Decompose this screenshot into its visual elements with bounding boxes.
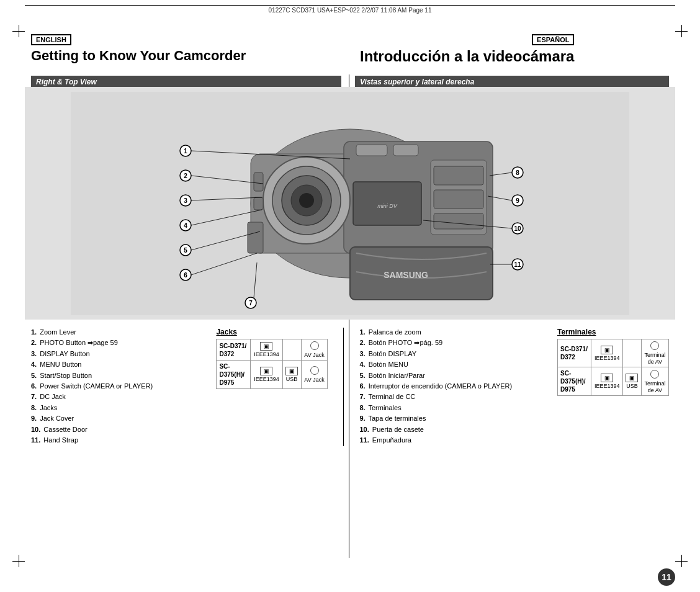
jacks-title: Jacks [216, 328, 328, 336]
list-item: 2. Botón PHOTO ➡pág. 59 [359, 338, 551, 348]
terminales-table: SC-D371/D372 ▣IEEE1394 Terminalde AV SC-… [557, 339, 669, 396]
spanish-items-list: 1. Palanca de zoom2. Botón PHOTO ➡pág. 5… [359, 328, 551, 446]
table-row: SC-D375(H)/D975 ▣IEEE1394 ▣USB Terminald… [558, 367, 669, 396]
spanish-bottom: 1. Palanca de zoom2. Botón PHOTO ➡pág. 5… [350, 328, 669, 446]
svg-text:mini DV: mini DV [377, 203, 398, 209]
jacks-section: Jacks SC-D371/D372 ▣IEEE1394 AV Jack SC-… [216, 328, 328, 446]
list-item: 3. DISPLAY Button [31, 349, 210, 359]
svg-rect-9 [356, 145, 387, 156]
svg-text:11: 11 [514, 261, 521, 268]
svg-text:1: 1 [184, 148, 187, 155]
svg-text:7: 7 [249, 300, 253, 307]
table-row: SC-D371/D372 ▣IEEE1394 AV Jack [217, 339, 328, 361]
reg-mark-top-right [675, 25, 688, 37]
svg-rect-15 [254, 173, 263, 191]
svg-rect-13 [434, 190, 483, 209]
list-item: 4. Botón MENU [359, 360, 551, 369]
list-item: 5. Start/Stop Button [31, 371, 210, 380]
svg-rect-21 [248, 222, 263, 253]
list-item: 9. Tapa de terminales [359, 414, 551, 423]
list-item: 8. Terminales [359, 403, 551, 413]
svg-text:8: 8 [516, 169, 519, 176]
list-item: 3. Botón DISPLAY [359, 349, 551, 359]
english-items-list: 1. Zoom Lever2. PHOTO Button ➡page 593. … [31, 328, 210, 446]
terminales-title: Terminales [557, 328, 669, 336]
list-item: 4. MENU Button [31, 360, 210, 369]
english-title: Getting to Know Your Camcorder [31, 48, 246, 64]
english-badge: ENGLISH [31, 34, 71, 45]
list-item: 5. Botón Iniciar/Parar [359, 371, 551, 380]
list-item: 9. Jack Cover [31, 414, 210, 423]
jacks-table: SC-D371/D372 ▣IEEE1394 AV Jack SC-D375(H… [216, 339, 328, 389]
table-row: SC-D375(H)/D975 ▣IEEE1394 ▣USB AV Jack [217, 361, 328, 389]
reg-mark-bottom-left [12, 555, 25, 567]
list-item: 11. Empuñadura [359, 436, 551, 445]
svg-text:5: 5 [184, 247, 187, 254]
english-bottom: 1. Zoom Lever2. PHOTO Button ➡page 593. … [31, 328, 337, 446]
terminales-section: Terminales SC-D371/D372 ▣IEEE1394 Termin… [557, 328, 669, 446]
svg-point-8 [299, 193, 314, 208]
reg-mark-bottom-right [675, 555, 688, 567]
svg-text:2: 2 [184, 173, 187, 179]
page-number: 11 [658, 568, 675, 586]
svg-rect-10 [393, 145, 418, 156]
list-item: 1. Palanca de zoom [359, 328, 551, 337]
list-item: 10. Cassette Door [31, 425, 210, 434]
list-item: 1. Zoom Lever [31, 328, 210, 337]
list-item: 6. Power Switch (CAMERA or PLAYER) [31, 382, 210, 391]
svg-rect-12 [434, 166, 483, 185]
list-item: 7. DC Jack [31, 392, 210, 401]
table-row: SC-D371/D372 ▣IEEE1394 Terminalde AV [558, 339, 669, 367]
camera-diagram: SAMSUNG mini DV 1 2 3 4 5 [71, 92, 629, 315]
bottom-divider [343, 328, 344, 446]
list-item: 8. Jacks [31, 403, 210, 413]
svg-rect-16 [254, 197, 263, 210]
svg-text:SAMSUNG: SAMSUNG [384, 270, 428, 280]
list-item: 10. Puerta de casete [359, 425, 551, 434]
spanish-badge: ESPAÑOL [532, 34, 574, 45]
list-item: 11. Hand Strap [31, 436, 210, 445]
spanish-subtitle: Vistas superior y lateral derecha [355, 76, 669, 88]
svg-text:10: 10 [514, 225, 521, 232]
svg-text:3: 3 [184, 197, 187, 204]
reg-mark-top-left [12, 25, 25, 37]
camera-image-area: SAMSUNG mini DV 1 2 3 4 5 [25, 87, 675, 320]
english-subtitle: Right & Top View [31, 76, 341, 88]
list-item: 6. Interruptor de encendido (CAMERA o PL… [359, 382, 551, 391]
header-line: 01227C SCD371 USA+ESP~022 2/2/07 11:08 A… [25, 5, 675, 14]
spanish-title: Introducción a la videocámara [360, 48, 574, 65]
list-item: 7. Terminal de CC [359, 392, 551, 401]
svg-text:6: 6 [184, 272, 187, 279]
svg-rect-14 [434, 213, 483, 229]
svg-text:9: 9 [516, 197, 519, 204]
list-item: 2. PHOTO Button ➡page 59 [31, 338, 210, 348]
svg-text:4: 4 [184, 222, 187, 229]
